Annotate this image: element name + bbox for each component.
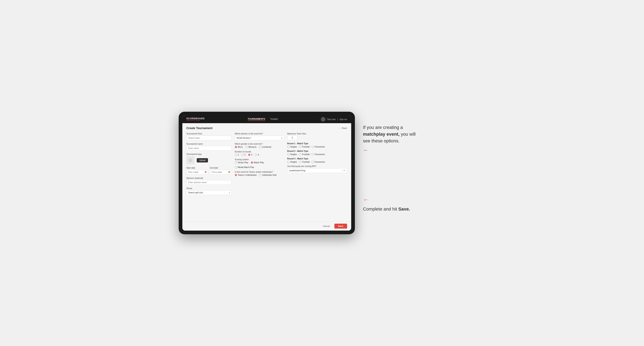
- scoring-group: Scoring system Stroke Play Match Play: [235, 158, 284, 169]
- match-play-label[interactable]: Match Play: [251, 162, 264, 164]
- round-2-label[interactable]: 2: [241, 154, 246, 156]
- round2-singles-label[interactable]: Singles: [287, 153, 297, 156]
- page-header: Create Tournament ← Back: [186, 127, 347, 130]
- venue-select[interactable]: Search golf club: [186, 190, 232, 195]
- start-date-input[interactable]: [186, 170, 208, 174]
- round-4-label[interactable]: 4: [255, 154, 259, 156]
- round2-singles-radio[interactable]: [287, 153, 290, 156]
- end-date-input[interactable]: [210, 170, 232, 174]
- date-row: Start date End date: [186, 167, 232, 174]
- round2-match-type-options: Singles Fourball Foursomes: [287, 153, 347, 156]
- round2-foursomes-radio[interactable]: [312, 153, 314, 156]
- tournament-host-input[interactable]: [186, 136, 232, 140]
- start-date-label: Start date: [186, 167, 208, 169]
- round2-fourball-text: Fourball: [302, 153, 310, 156]
- form-col-right: Maximum Team Size Round 1 - Match Type S…: [287, 133, 347, 197]
- upload-button[interactable]: Upload: [197, 158, 208, 163]
- medal-match-play-label[interactable]: Medal Match Play: [235, 166, 254, 169]
- round3-singles-label[interactable]: Singles: [287, 161, 297, 163]
- page-content: Create Tournament ← Back Tournament Host…: [182, 123, 351, 221]
- match-play-radio[interactable]: [251, 162, 253, 164]
- round2-fourball-radio[interactable]: [299, 153, 301, 156]
- round-1-label[interactable]: 1: [235, 154, 239, 156]
- svg-point-1: [190, 159, 190, 160]
- annotation-top: If you are creating a matchplay event, y…: [363, 124, 416, 155]
- medal-match-play-radio[interactable]: [235, 166, 237, 169]
- nav-link-tournaments[interactable]: TOURNAMENTS: [248, 118, 265, 121]
- sponsor-label: Sponsor (optional): [186, 177, 232, 179]
- back-link[interactable]: ← Back: [339, 127, 347, 129]
- individuals-label[interactable]: Individuals Only: [259, 174, 276, 176]
- stroke-play-label[interactable]: Stroke Play: [235, 162, 248, 164]
- medal-match-play-text: Medal Match Play: [238, 166, 254, 169]
- round1-singles-label[interactable]: Singles: [287, 146, 297, 148]
- event-type-label: Is this event for Teams and/or Individua…: [235, 171, 284, 173]
- round-4-radio[interactable]: [255, 154, 257, 156]
- round-1-radio[interactable]: [235, 154, 237, 156]
- round1-fourball-radio[interactable]: [299, 146, 301, 148]
- sign-out-link[interactable]: Sign out: [340, 118, 347, 121]
- round3-fourball-radio[interactable]: [299, 161, 301, 163]
- cancel-button[interactable]: Cancel: [320, 224, 332, 229]
- round1-singles-radio[interactable]: [287, 146, 290, 148]
- max-team-size-input[interactable]: [287, 136, 298, 140]
- round1-foursomes-text: Foursomes: [314, 146, 325, 148]
- division-select-wrapper: NCAA Division I NCAA Division II NCAA Di…: [235, 136, 284, 140]
- round-3-label[interactable]: 3: [248, 154, 252, 156]
- nav-link-teams[interactable]: TEAMS: [270, 118, 278, 121]
- dates-group: Start date End date: [186, 167, 232, 174]
- gender-combined-radio[interactable]: [259, 146, 261, 148]
- round3-match-type-label: Round 3 - Match Type: [287, 158, 347, 160]
- round3-singles-radio[interactable]: [287, 161, 290, 163]
- round3-fourball-label[interactable]: Fourball: [299, 161, 310, 163]
- scoring-label: Scoring system: [235, 158, 284, 161]
- round3-foursomes-label[interactable]: Foursomes: [312, 161, 325, 163]
- third-party-close-icon[interactable]: × ▾: [342, 169, 345, 172]
- round1-foursomes-label[interactable]: Foursomes: [312, 146, 325, 148]
- logo-title: SCOREBOARD: [186, 117, 205, 120]
- division-select[interactable]: NCAA Division I NCAA Division II NCAA Di…: [235, 136, 284, 140]
- round2-foursomes-label[interactable]: Foursomes: [312, 153, 325, 156]
- round-3-radio[interactable]: [248, 154, 250, 156]
- annotation-top-text1: If you are creating a: [363, 125, 403, 130]
- gender-group: Which gender is the event for? Mens Wome…: [235, 143, 284, 148]
- save-button[interactable]: Save: [334, 224, 347, 229]
- annotation-area: If you are creating a matchplay event, y…: [363, 112, 466, 212]
- sponsor-input[interactable]: [186, 180, 232, 185]
- round3-foursomes-radio[interactable]: [312, 161, 314, 163]
- round1-fourball-label[interactable]: Fourball: [299, 146, 310, 148]
- venue-group: Venue Search golf club: [186, 187, 232, 195]
- gender-mens-radio[interactable]: [235, 146, 237, 148]
- round3-match-type-group: Round 3 - Match Type Singles Fourball: [287, 158, 347, 163]
- max-team-size-group: Maximum Team Size: [287, 133, 347, 140]
- round1-foursomes-radio[interactable]: [312, 146, 314, 148]
- logo-sub: Powered by clippit: [186, 120, 205, 121]
- teams-label[interactable]: Teams (+Individuals): [235, 174, 257, 176]
- gender-womens-radio[interactable]: [245, 146, 248, 148]
- tournament-logo-label: Tournament logo: [186, 153, 232, 155]
- third-party-select-wrapper: Leaderboard King × ▾: [287, 168, 347, 173]
- gender-mens-label[interactable]: Mens: [235, 146, 243, 148]
- gender-womens-label[interactable]: Womens: [245, 146, 256, 148]
- tournament-name-input[interactable]: [186, 146, 232, 151]
- gender-label: Which gender is the event for?: [235, 143, 284, 145]
- annotation-bottom-text1: Complete and hit: [363, 206, 398, 212]
- tablet-screen: SCOREBOARD Powered by clippit TOURNAMENT…: [182, 115, 351, 231]
- annotation-bottom: ← Complete and hit Save.: [363, 195, 416, 212]
- rounds-radio-group: 1 2 3: [235, 154, 284, 156]
- gender-combined-label[interactable]: Combined: [259, 146, 271, 148]
- round1-match-type-group: Round 1 - Match Type Singles Fourball: [287, 142, 347, 148]
- stroke-play-radio[interactable]: [235, 162, 237, 164]
- nav-links: TOURNAMENTS TEAMS: [248, 118, 278, 121]
- round3-fourball-text: Fourball: [302, 161, 310, 163]
- logo-placeholder: [186, 156, 195, 164]
- round-2-radio[interactable]: [241, 154, 244, 156]
- round2-fourball-label[interactable]: Fourball: [299, 153, 310, 156]
- venue-select-wrapper: Search golf club: [186, 190, 232, 195]
- nav-separator: |: [337, 118, 338, 121]
- teams-text: Teams (+Individuals): [238, 174, 257, 176]
- individuals-radio[interactable]: [259, 174, 261, 176]
- venue-label: Venue: [186, 187, 232, 189]
- teams-radio[interactable]: [235, 174, 237, 176]
- third-party-tag[interactable]: Leaderboard King × ▾: [287, 168, 347, 173]
